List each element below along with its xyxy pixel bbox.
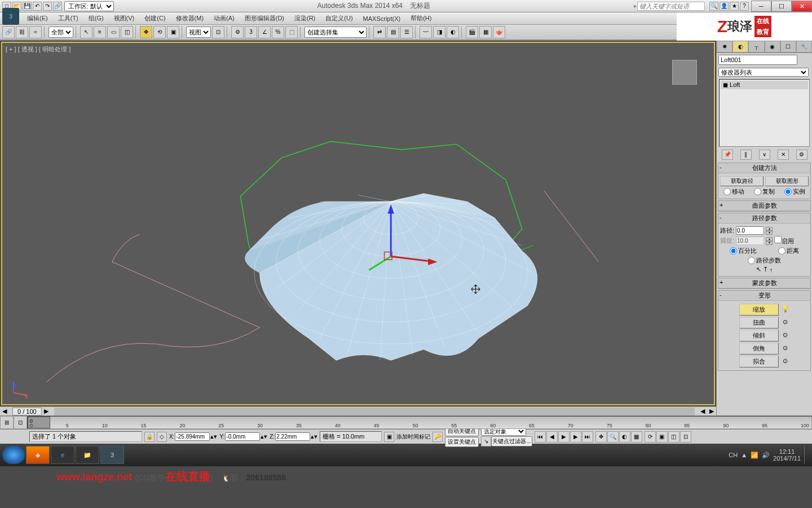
task-item[interactable]: ◆	[26, 446, 50, 464]
addmarker-icon[interactable]: ▣	[384, 432, 394, 442]
tab-utilities[interactable]: 🔧	[796, 41, 812, 52]
nav-zoom-icon[interactable]: 🔍	[607, 431, 619, 443]
bulb-icon[interactable]: ⊙	[781, 318, 790, 327]
nav-region-icon[interactable]: ◫	[668, 431, 679, 443]
timeline-config-icon[interactable]: ⊞	[0, 416, 14, 429]
workspace-select[interactable]: 工作区: 默认	[64, 1, 114, 11]
lock-icon[interactable]: 🔒	[144, 432, 155, 442]
spinner-snap-icon[interactable]: ⬚	[285, 26, 298, 38]
bulb-icon[interactable]: ⊙	[781, 344, 790, 353]
select-link-icon[interactable]: 🔗	[2, 26, 15, 38]
task-3dsmax[interactable]: 3	[100, 446, 124, 464]
menu-tools[interactable]: 工具(T)	[54, 12, 83, 24]
bulb-icon[interactable]: ⊙	[781, 357, 790, 366]
radio-instance[interactable]: 实例	[784, 187, 805, 196]
menu-help[interactable]: 帮助(H)	[406, 12, 436, 24]
angle-snap-icon[interactable]: ∠	[258, 26, 271, 38]
prev-shape-icon[interactable]: ⤒	[763, 266, 768, 273]
deform-bevel-button[interactable]: 倒角	[739, 343, 779, 354]
viewcube[interactable]	[672, 60, 697, 85]
coord-x-field[interactable]	[175, 432, 210, 441]
start-button[interactable]	[2, 446, 25, 464]
menu-modifiers[interactable]: 修改器(M)	[171, 12, 209, 24]
show-desktop[interactable]	[804, 446, 810, 464]
bind-icon[interactable]: ≈	[29, 26, 42, 38]
tray-icon[interactable]: ▲	[741, 452, 747, 458]
show-end-icon[interactable]: ∥	[740, 150, 752, 160]
undo-icon[interactable]: ↶	[33, 2, 42, 11]
layers-icon[interactable]: ☰	[400, 26, 413, 38]
perspective-viewport[interactable]: [ + ] [ 透视 ] [ 明暗处理 ] zx	[1, 42, 715, 405]
key-mode-icon[interactable]: ↘	[481, 436, 491, 446]
radio-move[interactable]: 移动	[723, 187, 744, 196]
ref-coord-select[interactable]: 视图	[186, 27, 211, 38]
path-value-field[interactable]	[736, 226, 764, 235]
named-selection-set[interactable]: 创建选择集	[304, 27, 367, 38]
goto-start-icon[interactable]: ⏮	[535, 431, 546, 443]
curve-editor-icon[interactable]: 〰	[420, 26, 432, 38]
selection-filter[interactable]: 全部	[48, 27, 73, 38]
menu-edit[interactable]: 编辑(E)	[23, 12, 52, 24]
app-icon[interactable]: 3	[2, 8, 19, 25]
search-input[interactable]	[637, 2, 705, 11]
viewport-scrollbar[interactable]: ◀ 0 / 100 ▶ ◀▶	[0, 406, 716, 415]
nav-all-icon[interactable]: ▦	[631, 431, 642, 443]
radio-copy[interactable]: 复制	[754, 187, 775, 196]
task-ie[interactable]: e	[51, 446, 74, 464]
manip-icon[interactable]: ⚙	[231, 26, 244, 38]
render-icon[interactable]: 🫖	[493, 26, 505, 38]
schematic-icon[interactable]: ◨	[433, 26, 445, 38]
get-path-button[interactable]: 获取路径	[720, 176, 764, 186]
nav-fov-icon[interactable]: ◐	[619, 431, 630, 443]
goto-end-icon[interactable]: ⏭	[582, 431, 593, 443]
coord-z-field[interactable]	[275, 432, 310, 441]
radio-pathsteps[interactable]: 路径步数	[748, 256, 781, 265]
select-icon[interactable]: ↖	[80, 26, 92, 38]
tray-ime[interactable]: CH	[729, 452, 738, 458]
binoculars-icon[interactable]: 🔍	[709, 2, 718, 11]
mirror-icon[interactable]: ⇄	[373, 26, 386, 38]
unique-icon[interactable]: ∨	[759, 150, 770, 160]
render-frame-icon[interactable]: ▦	[479, 26, 492, 38]
bulb-icon[interactable]: 💡	[781, 305, 790, 314]
render-setup-icon[interactable]: 🎬	[466, 26, 478, 38]
nav-pan-icon[interactable]: ✥	[595, 431, 607, 443]
stack-item-loft[interactable]: ◼ Loft	[721, 81, 808, 89]
nav-max-icon[interactable]: ▣	[656, 431, 668, 443]
unlink-icon[interactable]: ⛓	[16, 26, 28, 38]
tray-time[interactable]: 12:11	[773, 448, 801, 455]
coord-y-field[interactable]	[225, 432, 260, 441]
radio-distance[interactable]: 距离	[778, 247, 799, 255]
snap-icon[interactable]: 3	[245, 26, 257, 38]
link-icon[interactable]: 🔗	[53, 2, 62, 11]
menu-create[interactable]: 创建(C)	[140, 12, 170, 24]
deform-fit-button[interactable]: 拟合	[739, 356, 779, 367]
next-shape-icon[interactable]: ↑	[770, 266, 773, 273]
menu-animation[interactable]: 动画(A)	[209, 12, 239, 24]
next-frame-icon[interactable]: ▶	[570, 431, 581, 443]
menu-group[interactable]: 组(G)	[84, 12, 108, 24]
pivot-icon[interactable]: ⊡	[212, 26, 224, 38]
pin-stack-icon[interactable]: 📌	[722, 150, 733, 160]
menu-maxscript[interactable]: MAXScript(X)	[359, 14, 405, 24]
viewport-label[interactable]: [ + ] [ 透视 ] [ 明暗处理 ]	[6, 45, 70, 54]
comm-icon[interactable]: 👤	[720, 2, 729, 11]
nav-extra-icon[interactable]: ⊡	[680, 431, 691, 443]
key-icon[interactable]: 🔑	[433, 432, 443, 442]
modifier-stack[interactable]: ◼ Loft	[719, 79, 810, 147]
select-move-icon[interactable]: ✥	[140, 26, 152, 38]
menu-views[interactable]: 视图(V)	[109, 12, 139, 24]
tray-date[interactable]: 2014/7/11	[773, 455, 801, 462]
prev-frame-icon[interactable]: ◀	[546, 431, 558, 443]
select-name-icon[interactable]: ≡	[94, 26, 106, 38]
percent-snap-icon[interactable]: %	[272, 26, 284, 38]
nav-orbit-icon[interactable]: ⟳	[645, 431, 656, 443]
maximize-button[interactable]: ☐	[771, 1, 792, 12]
tray-vol-icon[interactable]: 🔊	[762, 452, 770, 459]
deform-teeter-button[interactable]: 倾斜	[739, 330, 779, 341]
tab-hierarchy[interactable]: ┬	[748, 41, 764, 52]
time-slider[interactable]: ⊞⊡ 0 05101520253035404550556065707580859…	[0, 415, 812, 429]
select-scale-icon[interactable]: ▣	[167, 26, 179, 38]
tab-modify[interactable]: ◐	[732, 41, 748, 52]
task-explorer[interactable]: 📁	[76, 446, 99, 464]
